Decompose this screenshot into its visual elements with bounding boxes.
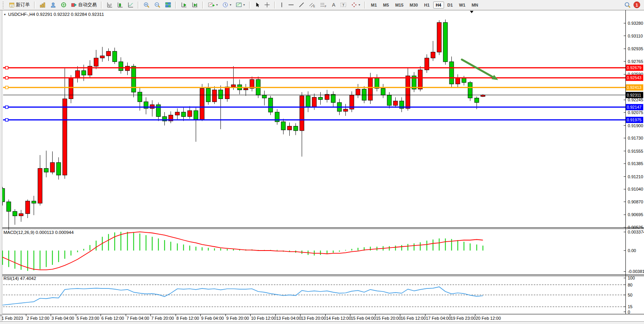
time-tick-label: 15 Feb 20:00 — [376, 316, 401, 321]
candle-body — [19, 214, 23, 216]
price-tick-label: 0.92935 — [628, 46, 643, 51]
candle-body — [225, 87, 229, 99]
candle-body — [44, 169, 48, 172]
candle-body — [188, 111, 192, 116]
candle-body — [50, 162, 55, 172]
candle-body — [418, 70, 422, 89]
candle-body — [82, 71, 86, 75]
time-tick-label: 13 Feb 04:00 — [276, 316, 301, 321]
candle-body — [456, 78, 460, 84]
mt4-application: 新订单自动交易▾▾▾EFAT▾M1M5M15M30H1H4D1W1MN1 0.9… — [0, 0, 644, 324]
price-badge-label: 0.92413 — [627, 85, 642, 90]
candle-body — [56, 162, 61, 175]
candle-body — [150, 105, 154, 109]
candle-body — [381, 89, 385, 95]
price-tick-label: 0.90695 — [628, 212, 643, 217]
candle-body — [281, 122, 285, 130]
candle-body — [69, 78, 73, 99]
hline-handle[interactable] — [5, 77, 8, 79]
window-bottom-strip — [0, 322, 644, 324]
candle-body — [294, 126, 298, 131]
candle-body — [449, 62, 454, 84]
candle-body — [113, 51, 117, 62]
time-tick-label: 3 Feb 04:00 — [51, 316, 74, 321]
candle-body — [38, 169, 42, 203]
time-tick-label: 7 Feb 04:00 — [126, 316, 149, 321]
candle-body — [13, 211, 17, 216]
hline-handle[interactable] — [5, 67, 8, 69]
candle-body — [393, 101, 398, 106]
price-tick-label: 0.91555 — [628, 149, 643, 153]
candle-body — [300, 96, 304, 131]
price-tick-label: 0.92075 — [628, 110, 643, 115]
price-badge-label: 0.92147 — [627, 105, 642, 109]
price-tick-label: 0.90870 — [628, 200, 643, 204]
candle-body — [375, 78, 379, 89]
candle-body — [125, 66, 130, 71]
candle-body — [362, 89, 366, 101]
candle-body — [268, 98, 273, 112]
hline-handle[interactable] — [5, 119, 8, 121]
candle-body — [194, 111, 198, 119]
time-tick-label: 1 Feb 2023 — [2, 316, 23, 321]
price-tick-label: 0.92245 — [628, 97, 643, 102]
time-tick-label: 8 Feb 12:00 — [176, 316, 199, 321]
candle-body — [287, 126, 292, 130]
candle-body — [138, 92, 142, 102]
time-tick-label: 13 Feb 20:00 — [301, 316, 326, 321]
candle-body — [231, 85, 236, 87]
candle-body — [212, 90, 217, 102]
price-badge-label: 0.92543 — [627, 75, 642, 80]
candle-body — [443, 22, 448, 62]
price-tick-label: 0.93110 — [628, 34, 643, 38]
time-tick-label: 6 Feb 12:00 — [101, 316, 124, 321]
candle-body — [200, 89, 204, 120]
price-badge-label: 0.92679 — [627, 65, 642, 70]
time-tick-label: 2 Feb 12:00 — [27, 316, 50, 321]
candle-body — [219, 90, 223, 99]
price-tick-label: 0.91040 — [628, 187, 643, 191]
price-tick-label: 0.91210 — [628, 174, 643, 179]
candle-body — [63, 99, 67, 175]
price-badge-label: 0.92311 — [627, 93, 641, 97]
candle-body — [106, 51, 111, 56]
time-tick-label: 10 Feb 12:00 — [251, 316, 276, 321]
price-tick-label: 0.93280 — [628, 21, 643, 26]
candle-body — [481, 95, 485, 97]
candle-body — [119, 62, 123, 71]
time-tick-label: 5 Feb 23:00 — [77, 316, 99, 321]
candle-body — [32, 201, 36, 203]
candle-body — [181, 112, 186, 117]
macd-axis-label: -0.003819 — [628, 269, 644, 274]
candle-body — [7, 202, 11, 211]
candle-body — [475, 98, 479, 103]
chart-background — [0, 10, 644, 322]
time-tick-label: 7 Feb 20:00 — [151, 316, 174, 321]
rsi-axis-label: 100 — [628, 276, 635, 280]
candle-body — [100, 56, 104, 58]
rsi-axis-label: 50 — [628, 293, 632, 297]
price-tick-label: 0.91900 — [628, 123, 643, 128]
price-badge-label: 0.91975 — [627, 118, 642, 122]
candle-body — [75, 71, 80, 78]
time-tick-label: 19 Feb 23:00 — [451, 316, 476, 321]
candle-body — [156, 105, 161, 117]
candle-body — [356, 89, 360, 95]
hline-handle[interactable] — [5, 106, 8, 109]
rsi-axis-label: 0 — [628, 310, 630, 314]
candle-body — [318, 97, 323, 100]
candle-body — [94, 58, 98, 66]
candle-body — [437, 22, 441, 52]
candle-body — [406, 76, 410, 108]
candle-body — [262, 95, 266, 98]
chart-canvas[interactable]: 0.932800.931100.929350.927650.925900.922… — [0, 0, 644, 324]
candle-body — [175, 112, 179, 115]
price-tick-label: 0.92765 — [628, 59, 643, 64]
candle-body — [462, 78, 466, 83]
hline-handle[interactable] — [5, 86, 8, 89]
rsi-axis-label: 15 — [628, 304, 632, 309]
candle-body — [312, 97, 316, 107]
price-tick-label: 0.91730 — [628, 136, 643, 140]
candle-body — [368, 78, 372, 100]
price-tick-label: 0.90525 — [628, 225, 643, 230]
